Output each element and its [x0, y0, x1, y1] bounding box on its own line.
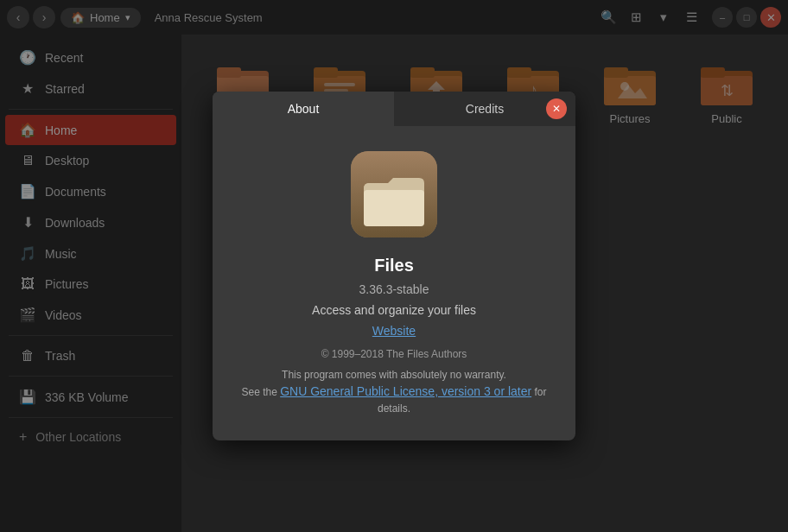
license-link[interactable]: GNU General Public License, version 3 or… [280, 384, 531, 398]
app-license: This program comes with absolutely no wa… [238, 367, 550, 416]
app-website-link[interactable]: Website [372, 324, 416, 338]
license-pre: This program comes with absolutely no wa… [282, 369, 506, 381]
tab-about[interactable]: About [213, 92, 394, 126]
license-mid: See the [241, 386, 280, 398]
dialog-tabs: About Credits ✕ [213, 92, 575, 126]
about-dialog: About Credits ✕ [213, 92, 575, 440]
app-copyright: © 1999–2018 The Files Authors [321, 348, 467, 360]
app-desc: Access and organize your files [312, 303, 476, 317]
dialog-close-button[interactable]: ✕ [546, 98, 567, 119]
app-icon [346, 147, 442, 242]
svg-rect-33 [364, 190, 424, 226]
app-version: 3.36.3-stable [359, 282, 429, 296]
app-name: Files [374, 256, 414, 276]
dialog-overlay: About Credits ✕ [0, 0, 788, 532]
dialog-content: Files 3.36.3-stable Access and organize … [213, 126, 575, 440]
